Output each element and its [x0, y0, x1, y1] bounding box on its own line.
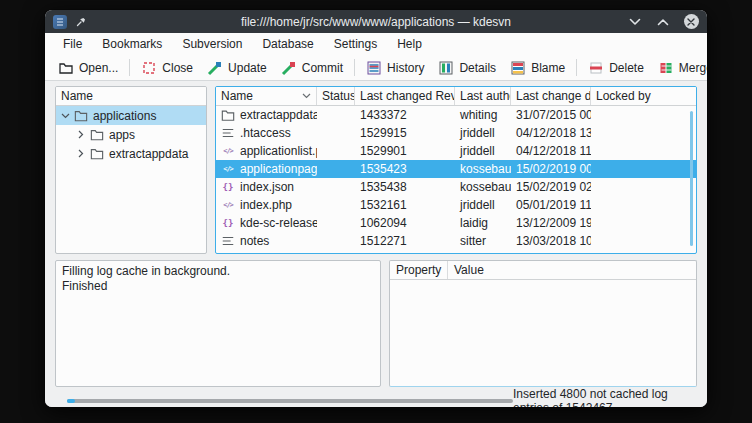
status-message: Inserted 4800 not cached log entries of …	[513, 387, 695, 407]
toolbar-separator	[576, 59, 577, 76]
toolbar: Open... Close Update Commit History Deta…	[45, 55, 707, 81]
log-line: Finished	[62, 279, 374, 294]
close-doc-button[interactable]: Close	[134, 58, 200, 78]
column-header-date[interactable]: Last change date	[511, 87, 591, 105]
minimize-button[interactable]	[627, 14, 643, 30]
main-content: Name applications apps	[45, 81, 707, 407]
column-header-status[interactable]: Status	[317, 87, 355, 105]
tree-item-label: extractappdata	[108, 147, 188, 161]
history-button[interactable]: History	[359, 58, 431, 78]
pin-icon[interactable]	[75, 16, 87, 28]
tree-item-applications[interactable]: applications	[56, 106, 206, 125]
blame-button[interactable]: Blame	[503, 58, 572, 78]
file-row[interactable]: </>index.php 1532161 jriddell 05/01/2019…	[216, 196, 696, 214]
sort-chevron-down-icon	[192, 93, 201, 99]
toolbar-separator	[129, 59, 130, 76]
close-button[interactable]	[683, 14, 699, 30]
folder-icon	[74, 109, 88, 122]
properties-panel: Property Value	[389, 260, 697, 387]
close-icon	[684, 14, 699, 29]
properties-header: Property Value	[390, 261, 696, 280]
column-header-locked[interactable]: Locked by	[591, 87, 696, 105]
file-row[interactable]: {}index.json 1535438 kossebau 15/02/2019…	[216, 178, 696, 196]
php-file-icon: </>	[221, 162, 235, 176]
vertical-scrollbar[interactable]	[690, 111, 693, 246]
update-button[interactable]: Update	[200, 58, 274, 78]
close-doc-icon	[141, 60, 157, 76]
tree-header-label: Name	[61, 89, 192, 103]
text-file-icon	[221, 126, 235, 140]
progress-bar	[67, 399, 513, 403]
chevron-down-icon	[629, 18, 641, 26]
menu-help[interactable]: Help	[387, 33, 432, 55]
menu-subversion[interactable]: Subversion	[172, 33, 252, 55]
tree-item-apps[interactable]: apps	[56, 125, 206, 144]
file-row[interactable]: </>applicationlist.php 1529901 jriddell …	[216, 142, 696, 160]
column-header-revision[interactable]: Last changed Revision	[355, 87, 455, 105]
tree-item-label: applications	[92, 109, 156, 123]
merge-button[interactable]: Merge	[651, 58, 707, 78]
maximize-button[interactable]	[655, 14, 671, 30]
column-header-name[interactable]: Name	[216, 87, 317, 105]
delete-icon	[588, 60, 604, 76]
commit-button[interactable]: Commit	[274, 58, 350, 78]
titlebar[interactable]: file:///home/jr/src/www/www/applications…	[45, 10, 707, 33]
open-folder-icon	[58, 60, 74, 76]
toolbar-separator	[354, 59, 355, 76]
expander-down-icon[interactable]	[60, 113, 70, 119]
file-row[interactable]: notes 1512271 sitter 13/03/2018 10:26	[216, 232, 696, 250]
column-header-value[interactable]: Value	[448, 261, 696, 279]
menu-file[interactable]: File	[53, 33, 92, 55]
json-file-icon: {}	[221, 180, 235, 194]
folder-icon	[90, 128, 104, 141]
tree-item-extractappdata[interactable]: extractappdata	[56, 144, 206, 163]
directory-tree-panel: Name applications apps	[55, 86, 207, 254]
menu-settings[interactable]: Settings	[324, 33, 387, 55]
statusbar: Inserted 4800 not cached log entries of …	[55, 387, 697, 407]
kdesvn-app-icon	[53, 15, 67, 29]
file-table-header: Name Status Last changed Revision Last a…	[216, 87, 696, 106]
chevron-up-icon	[657, 18, 669, 26]
php-file-icon: </>	[221, 144, 235, 158]
file-list-panel: Name Status Last changed Revision Last a…	[215, 86, 697, 254]
column-header-author[interactable]: Last author	[455, 87, 511, 105]
tree-header[interactable]: Name	[56, 87, 206, 106]
file-row-selected[interactable]: </>applicationpage.php 1535423 kossebau …	[216, 160, 696, 178]
expander-right-icon[interactable]	[76, 130, 86, 139]
sort-chevron-down-icon	[302, 93, 311, 99]
tree-item-label: apps	[108, 128, 135, 142]
folder-icon	[221, 108, 235, 122]
json-file-icon: {}	[221, 216, 235, 230]
text-file-icon	[221, 234, 235, 248]
file-row[interactable]: {}kde-sc-releases.json 1062094 laidig 13…	[216, 214, 696, 232]
window-title: file:///home/jr/src/www/www/applications…	[45, 15, 707, 29]
details-icon	[438, 60, 454, 76]
log-line: Filling log cache in background.	[62, 264, 374, 279]
details-button[interactable]: Details	[431, 58, 503, 78]
folder-icon	[90, 147, 104, 160]
log-output-panel[interactable]: Filling log cache in background. Finishe…	[55, 260, 381, 387]
delete-button[interactable]: Delete	[581, 58, 651, 78]
merge-icon	[658, 60, 674, 76]
open-button[interactable]: Open...	[51, 58, 125, 78]
update-icon	[207, 60, 223, 76]
menu-database[interactable]: Database	[252, 33, 323, 55]
menu-bookmarks[interactable]: Bookmarks	[92, 33, 172, 55]
file-row[interactable]: .htaccess 1529915 jriddell 04/12/2018 13…	[216, 124, 696, 142]
history-icon	[366, 60, 382, 76]
menubar: File Bookmarks Subversion Database Setti…	[45, 33, 707, 55]
blame-icon	[510, 60, 526, 76]
commit-icon	[281, 60, 297, 76]
kdesvn-window: file:///home/jr/src/www/www/applications…	[45, 10, 707, 407]
file-row[interactable]: extractappdata 1433372 whiting 31/07/201…	[216, 106, 696, 124]
progress-bar-fill	[67, 399, 75, 403]
expander-right-icon[interactable]	[76, 149, 86, 158]
column-header-property[interactable]: Property	[390, 261, 448, 279]
php-file-icon: </>	[221, 198, 235, 212]
